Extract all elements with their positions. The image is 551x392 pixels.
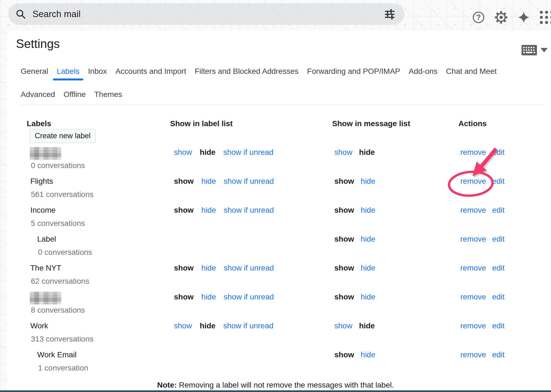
edit-link[interactable]: edit [492, 206, 504, 215]
remove-link[interactable]: remove [460, 321, 486, 331]
settings-tabs-row1: GeneralLabelsInboxAccounts and ImportFil… [21, 67, 497, 76]
message-list-hide-selected: hide [359, 148, 375, 157]
topbar: Search mail ? [0, 0, 551, 28]
apps-grid-icon[interactable] [540, 11, 551, 24]
remove-link[interactable]: remove [460, 148, 486, 157]
label-name: Flights [30, 177, 53, 186]
gemini-sparkle-icon[interactable] [517, 11, 530, 24]
tab-advanced[interactable]: Advanced [21, 90, 55, 99]
message-list-show-selected: show [334, 350, 354, 359]
label-list-show-if-unread-link[interactable]: show if unread [224, 177, 274, 186]
label-list-show-if-unread-link[interactable]: show if unread [224, 206, 274, 215]
message-list-show-link[interactable]: show [334, 148, 352, 157]
label-row-income: Income5 conversationsshowhideshow if unr… [7, 206, 551, 234]
actions: removeedit [460, 206, 505, 215]
remove-link[interactable]: remove [460, 292, 486, 302]
tab-offline[interactable]: Offline [64, 90, 86, 99]
label-list-hide-link[interactable]: hide [201, 177, 216, 186]
remove-link[interactable]: remove [460, 234, 486, 244]
conversation-count: 8 conversations [31, 306, 85, 315]
remove-link[interactable]: remove [460, 263, 486, 273]
dropdown-arrow-icon[interactable] [541, 48, 548, 52]
tab-chat-and-meet[interactable]: Chat and Meet [446, 67, 497, 76]
edit-link[interactable]: edit [492, 321, 504, 331]
conversation-count: 5 conversations [31, 219, 85, 228]
label-list-hide-selected: hide [200, 148, 216, 157]
settings-panel: Settings GeneralLabelsInboxAccounts and … [7, 30, 551, 392]
label-name: Work Email [37, 350, 77, 359]
show-in-message-list-options: showhide [334, 234, 375, 244]
conversation-count: 1 conversation [38, 363, 88, 373]
column-header-labels: Labels [27, 119, 51, 128]
create-new-label-button[interactable]: Create new label [30, 129, 96, 143]
edit-link[interactable]: edit [492, 292, 504, 302]
tab-accounts-and-import[interactable]: Accounts and Import [115, 67, 186, 76]
message-list-hide-link[interactable]: hide [361, 292, 375, 302]
input-tools[interactable] [521, 45, 548, 56]
show-in-message-list-options: showhide [334, 321, 375, 331]
search-bar[interactable]: Search mail [8, 3, 404, 25]
label-list-show-selected: show [174, 263, 194, 273]
show-in-message-list-options: showhide [334, 263, 375, 273]
message-list-hide-link[interactable]: hide [361, 350, 375, 359]
remove-link-annotated[interactable]: remove [460, 177, 486, 186]
search-input[interactable]: Search mail [33, 9, 404, 19]
tab-forwarding-and-pop-imap[interactable]: Forwarding and POP/IMAP [307, 67, 400, 76]
label-list-hide-link[interactable]: hide [201, 263, 216, 273]
label-list-show-if-unread-link[interactable]: show if unread [223, 321, 273, 331]
label-list-show-if-unread-link[interactable]: show if unread [224, 263, 274, 273]
keyboard-icon[interactable] [521, 45, 537, 56]
label-list-show-selected: show [174, 206, 194, 215]
message-list-hide-link[interactable]: hide [361, 206, 375, 215]
topbar-icons: ? [472, 11, 551, 24]
remove-link[interactable]: remove [460, 206, 486, 215]
label-list-show-link[interactable]: show [174, 148, 192, 157]
tab-add-ons[interactable]: Add-ons [409, 67, 437, 76]
label-row-work-email: Work Email1 conversationshowhideremoveed… [7, 350, 551, 379]
label-row-redacted: 8 conversationsshowhideshow if unreadsho… [7, 292, 551, 321]
label-list-hide-selected: hide [200, 321, 216, 331]
remove-link[interactable]: remove [460, 350, 486, 359]
label-row-redacted: 0 conversationsshowhideshow if unreadsho… [7, 148, 551, 177]
settings-tabs-row2: AdvancedOfflineThemes [21, 90, 122, 99]
message-list-show-selected: show [334, 263, 354, 273]
message-list-show-link[interactable]: show [334, 321, 352, 331]
window-bottom-edge [0, 390, 551, 392]
edit-link[interactable]: edit [492, 234, 504, 244]
tab-labels[interactable]: Labels [57, 67, 80, 76]
edit-link[interactable]: edit [492, 350, 504, 359]
message-list-show-selected: show [334, 234, 354, 244]
label-name: Work [30, 321, 48, 331]
message-list-hide-link[interactable]: hide [361, 263, 375, 273]
show-in-message-list-options: showhide [334, 148, 375, 157]
message-list-hide-selected: hide [359, 321, 375, 331]
tab-general[interactable]: General [21, 67, 48, 76]
tab-filters-and-blocked-addresses[interactable]: Filters and Blocked Addresses [195, 67, 299, 76]
label-name: Label [37, 234, 56, 244]
edit-link[interactable]: edit [492, 177, 504, 186]
label-list-hide-link[interactable]: hide [201, 206, 216, 215]
svg-text:?: ? [476, 13, 481, 21]
label-list-show-link[interactable]: show [174, 321, 192, 331]
footer-note: Note: Removing a label will not remove t… [7, 381, 544, 390]
label-list-show-if-unread-link[interactable]: show if unread [224, 292, 274, 302]
message-list-show-selected: show [334, 292, 354, 302]
label-list-show-selected: show [174, 292, 194, 302]
edit-link[interactable]: edit [492, 263, 504, 273]
help-icon[interactable]: ? [472, 11, 485, 24]
message-list-hide-link[interactable]: hide [361, 234, 375, 244]
conversation-count: 0 conversations [38, 248, 92, 257]
settings-gear-icon[interactable] [494, 11, 508, 24]
search-icon[interactable] [15, 9, 26, 19]
label-row-label: Label0 conversationsshowhideremoveedit [7, 234, 551, 263]
tab-inbox[interactable]: Inbox [88, 67, 107, 76]
search-options-icon[interactable] [385, 9, 395, 20]
label-list-hide-link[interactable]: hide [201, 292, 216, 302]
label-list-show-if-unread-link[interactable]: show if unread [223, 148, 273, 157]
tab-themes[interactable]: Themes [94, 90, 122, 99]
message-list-show-selected: show [334, 206, 354, 215]
label-row-flights: Flights561 conversationsshowhideshow if … [7, 177, 551, 206]
message-list-hide-link[interactable]: hide [361, 177, 375, 186]
label-row-the-nyt: The NYT62 conversationsshowhideshow if u… [7, 263, 551, 292]
edit-link[interactable]: edit [492, 148, 504, 157]
